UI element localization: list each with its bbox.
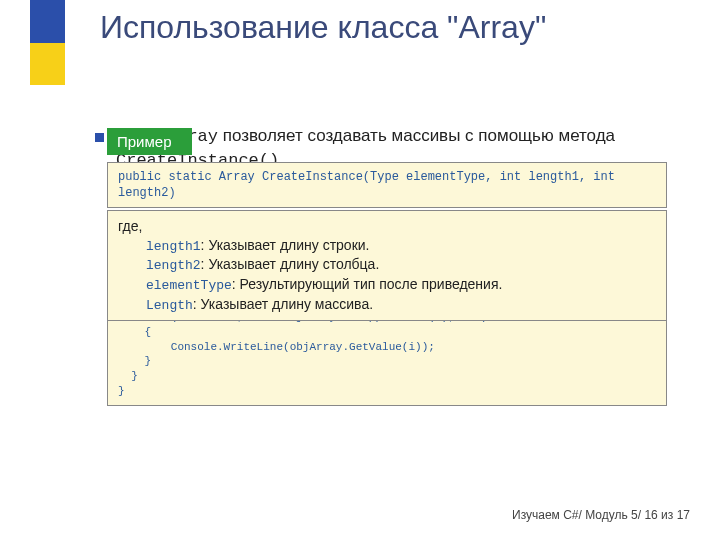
desc-length1-text: : Указывает длину строки.: [201, 237, 370, 253]
desc-length2-key: length2: [146, 258, 201, 273]
flag-yellow: [30, 43, 65, 86]
desc-elemtype-key: elementType: [146, 278, 232, 293]
slide-title: Использование класса "Array": [100, 8, 546, 46]
code-signature-box: public static Array CreateInstance(Type …: [107, 162, 667, 208]
code-line: Console.WriteLine(objArray.GetValue(i));: [118, 340, 656, 355]
code-signature: public static Array CreateInstance(Type …: [118, 170, 615, 200]
code-line: }: [118, 369, 656, 384]
flag-decoration: [30, 0, 65, 85]
example-badge: Пример: [107, 128, 192, 155]
bullet-icon: [95, 133, 104, 142]
description-box: где, length1: Указывает длину строки. le…: [107, 210, 667, 321]
desc-length1-key: length1: [146, 239, 201, 254]
desc-elemtype-text: : Результирующий тип после приведения.: [232, 276, 503, 292]
code-line: }: [118, 384, 656, 399]
desc-length-text: : Указывает длину массива.: [193, 296, 373, 312]
code-line: {: [118, 325, 656, 340]
code-line: }: [118, 354, 656, 369]
flag-blue: [30, 0, 65, 43]
desc-where: где,: [118, 217, 656, 236]
footer-pager: Изучаем C#/ Модуль 5/ 16 из 17: [512, 508, 690, 522]
desc-length-key: Length: [146, 298, 193, 313]
desc-length2-text: : Указывает длину столбца.: [201, 256, 380, 272]
